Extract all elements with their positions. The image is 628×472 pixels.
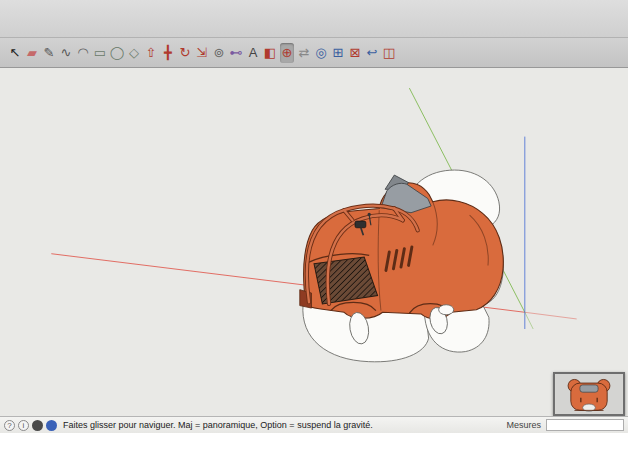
user-icon[interactable] bbox=[32, 420, 43, 431]
globe-icon[interactable] bbox=[46, 420, 57, 431]
model-preview-thumbnail[interactable] bbox=[553, 372, 625, 416]
sketchup-window: ↖▰✎∿◠▭◯◇⇧╋↻⇲⊚⊷A◧⊕⇄◎⊞⊠↩◫ bbox=[0, 0, 628, 472]
section-plane-icon[interactable]: ◫ bbox=[382, 43, 396, 63]
toolbar-tools: ↖▰✎∿◠▭◯◇⇧╋↻⇲⊚⊷A◧⊕⇄◎⊞⊠↩◫ bbox=[8, 43, 396, 63]
toolbar: ↖▰✎∿◠▭◯◇⇧╋↻⇲⊚⊷A◧⊕⇄◎⊞⊠↩◫ bbox=[0, 38, 628, 68]
freehand-icon[interactable]: ∿ bbox=[59, 43, 73, 63]
zoom-window-icon[interactable]: ⊞ bbox=[331, 43, 345, 63]
title-bar bbox=[0, 0, 628, 38]
orbit-icon[interactable]: ⊕ bbox=[280, 43, 294, 63]
polygon-icon[interactable]: ◇ bbox=[127, 43, 141, 63]
viewport-3d[interactable] bbox=[0, 68, 628, 416]
rectangle-icon[interactable]: ▭ bbox=[93, 43, 107, 63]
circle-icon[interactable]: ◯ bbox=[110, 43, 124, 63]
status-bar: ?i Faites glisser pour naviguer. Maj = p… bbox=[0, 416, 628, 433]
rotate-icon[interactable]: ↻ bbox=[178, 43, 192, 63]
zoom-icon[interactable]: ◎ bbox=[314, 43, 328, 63]
kart-model bbox=[300, 170, 504, 362]
measures-input[interactable] bbox=[546, 419, 624, 431]
measures-label: Mesures bbox=[506, 420, 541, 430]
push-pull-icon[interactable]: ⇧ bbox=[144, 43, 158, 63]
desktop-background bbox=[0, 433, 628, 472]
text-icon[interactable]: A bbox=[246, 43, 260, 63]
pan-icon[interactable]: ⇄ bbox=[297, 43, 311, 63]
move-icon[interactable]: ╋ bbox=[161, 43, 175, 63]
status-message: Faites glisser pour naviguer. Maj = pano… bbox=[63, 420, 373, 430]
measurements-area: Mesures bbox=[506, 419, 624, 431]
scale-icon[interactable]: ⇲ bbox=[195, 43, 209, 63]
help-icon[interactable]: ? bbox=[4, 420, 15, 431]
statusbar-icons: ?i bbox=[4, 420, 57, 431]
zoom-extents-icon[interactable]: ⊠ bbox=[348, 43, 362, 63]
offset-icon[interactable]: ⊚ bbox=[212, 43, 226, 63]
tape-measure-icon[interactable]: ⊷ bbox=[229, 43, 243, 63]
select-icon[interactable]: ↖ bbox=[8, 43, 22, 63]
line-icon[interactable]: ✎ bbox=[42, 43, 56, 63]
info-icon[interactable]: i bbox=[18, 420, 29, 431]
previous-view-icon[interactable]: ↩ bbox=[365, 43, 379, 63]
paint-bucket-icon[interactable]: ◧ bbox=[263, 43, 277, 63]
model-preview-canvas bbox=[555, 374, 623, 414]
arc-icon[interactable]: ◠ bbox=[76, 43, 90, 63]
model-canvas bbox=[0, 68, 628, 416]
eraser-icon[interactable]: ▰ bbox=[25, 43, 39, 63]
